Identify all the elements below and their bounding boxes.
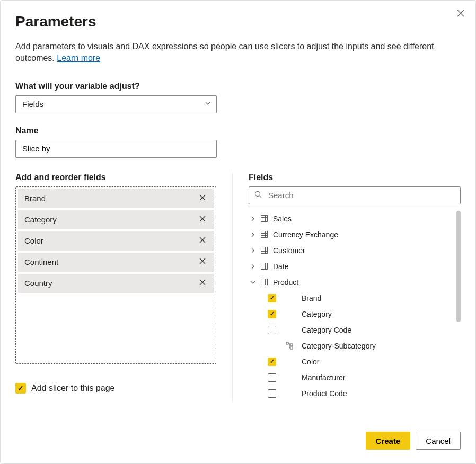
tree-table-row[interactable]: Date bbox=[249, 258, 461, 274]
tree-table-name: Product bbox=[273, 278, 298, 287]
table-icon bbox=[259, 230, 269, 238]
remove-field-button[interactable] bbox=[197, 255, 208, 269]
tree-field-row[interactable]: Brand bbox=[267, 290, 461, 306]
name-label: Name bbox=[15, 126, 461, 136]
tree-field-row[interactable]: Category-Subcategory bbox=[267, 338, 461, 354]
tree-table-row[interactable]: Customer bbox=[249, 243, 461, 258]
tree-field-name: Category-Subcategory bbox=[302, 342, 376, 350]
close-icon bbox=[199, 279, 206, 286]
tree-table-name: Currency Exchange bbox=[273, 230, 338, 239]
field-checkbox[interactable] bbox=[268, 310, 276, 318]
tree-field-name: Category bbox=[302, 310, 332, 318]
svg-rect-8 bbox=[290, 347, 293, 349]
close-icon bbox=[456, 9, 465, 17]
tree-field-name: Product Code bbox=[302, 389, 347, 398]
field-checkbox[interactable] bbox=[268, 294, 276, 302]
tree-table-row[interactable]: Product bbox=[249, 274, 461, 290]
remove-field-button[interactable] bbox=[197, 276, 208, 290]
close-button[interactable] bbox=[454, 7, 467, 20]
close-icon bbox=[199, 215, 206, 222]
tree-field-name: Category Code bbox=[302, 326, 351, 334]
chevron-right-icon[interactable] bbox=[249, 247, 257, 254]
chevron-down-icon[interactable] bbox=[249, 279, 257, 285]
variable-adjust-value: Fields bbox=[22, 100, 43, 109]
svg-rect-3 bbox=[261, 247, 267, 254]
reorder-fields-box[interactable]: BrandCategoryColorContinentCountry bbox=[15, 186, 216, 364]
dialog-description: Add parameters to visuals and DAX expres… bbox=[15, 41, 461, 65]
fields-panel-label: Fields bbox=[249, 173, 461, 182]
tree-table-name: Date bbox=[273, 262, 289, 271]
variable-adjust-label: What will your variable adjust? bbox=[15, 82, 461, 91]
reorder-item[interactable]: Category bbox=[18, 210, 214, 229]
search-icon bbox=[254, 190, 262, 201]
table-icon bbox=[259, 246, 269, 254]
table-icon bbox=[259, 262, 269, 270]
reorder-label: Add and reorder fields bbox=[15, 173, 216, 182]
field-checkbox[interactable] bbox=[268, 373, 276, 382]
field-checkbox[interactable] bbox=[268, 358, 276, 366]
tree-table-name: Sales bbox=[273, 215, 292, 223]
dialog-title: Parameters bbox=[15, 13, 461, 30]
reorder-item-label: Color bbox=[24, 236, 43, 245]
close-icon bbox=[199, 236, 206, 244]
reorder-item[interactable]: Color bbox=[18, 231, 214, 251]
svg-rect-4 bbox=[261, 263, 267, 270]
calc-table-icon bbox=[259, 215, 269, 222]
tree-field-name: Color bbox=[302, 358, 319, 366]
svg-rect-1 bbox=[261, 216, 267, 222]
close-icon bbox=[199, 257, 206, 265]
fields-scrollbar[interactable] bbox=[456, 211, 461, 322]
tree-field-row[interactable]: Color bbox=[267, 354, 461, 370]
tree-table-name: Customer bbox=[273, 246, 305, 255]
svg-rect-2 bbox=[261, 231, 267, 238]
reorder-item-label: Category bbox=[24, 215, 57, 224]
tree-field-row[interactable]: Category Code bbox=[267, 322, 461, 338]
tree-field-name: Manufacturer bbox=[302, 373, 345, 382]
remove-field-button[interactable] bbox=[197, 234, 208, 247]
svg-rect-7 bbox=[290, 344, 293, 346]
field-checkbox[interactable] bbox=[268, 326, 276, 334]
table-icon bbox=[259, 278, 269, 286]
name-input[interactable] bbox=[15, 140, 217, 158]
tree-field-row[interactable]: Manufacturer bbox=[267, 370, 461, 386]
remove-field-button[interactable] bbox=[197, 213, 208, 226]
chevron-right-icon[interactable] bbox=[249, 231, 257, 238]
reorder-item[interactable]: Continent bbox=[18, 253, 214, 272]
reorder-item-label: Country bbox=[24, 279, 52, 288]
close-icon bbox=[199, 194, 206, 201]
tree-field-row[interactable]: Category bbox=[267, 306, 461, 322]
tree-field-row[interactable]: Product Code bbox=[267, 386, 461, 401]
add-slicer-checkbox[interactable] bbox=[15, 383, 26, 394]
hierarchy-icon bbox=[285, 342, 294, 350]
cancel-button[interactable]: Cancel bbox=[416, 432, 461, 450]
chevron-right-icon[interactable] bbox=[249, 263, 257, 270]
field-checkbox[interactable] bbox=[268, 389, 276, 398]
tree-table-row[interactable]: Currency Exchange bbox=[249, 227, 461, 243]
learn-more-link[interactable]: Learn more bbox=[57, 53, 100, 63]
tree-field-name: Brand bbox=[302, 294, 321, 302]
svg-point-0 bbox=[255, 191, 260, 196]
svg-rect-6 bbox=[286, 342, 288, 344]
reorder-item[interactable]: Country bbox=[18, 274, 214, 293]
svg-rect-5 bbox=[261, 279, 267, 285]
fields-tree: SalesCurrency ExchangeCustomerDateProduc… bbox=[249, 211, 461, 401]
fields-search-input[interactable] bbox=[249, 186, 461, 204]
tree-table-row[interactable]: Sales bbox=[249, 211, 461, 227]
chevron-right-icon[interactable] bbox=[249, 216, 257, 222]
chevron-right-icon[interactable] bbox=[267, 343, 277, 349]
create-button[interactable]: Create bbox=[366, 432, 411, 450]
reorder-item-label: Brand bbox=[24, 194, 46, 203]
remove-field-button[interactable] bbox=[197, 192, 208, 205]
reorder-item[interactable]: Brand bbox=[18, 189, 214, 208]
add-slicer-label: Add slicer to this page bbox=[31, 383, 114, 393]
reorder-item-label: Continent bbox=[24, 257, 58, 266]
variable-adjust-select[interactable]: Fields bbox=[15, 95, 217, 113]
